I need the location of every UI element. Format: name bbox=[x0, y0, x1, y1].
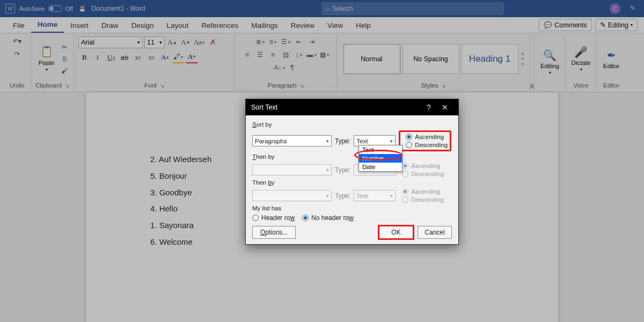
type-label-3: Type: bbox=[335, 192, 350, 200]
then1-ascending-radio: Ascending bbox=[402, 163, 444, 169]
close-icon[interactable]: ✕ bbox=[437, 103, 453, 112]
then-by-2-type-select: Text▾ bbox=[354, 190, 396, 201]
then-by-2-field-select: ▾ bbox=[252, 190, 332, 201]
type-label-2: Type: bbox=[335, 166, 350, 174]
mylist-label: My list has bbox=[252, 205, 452, 211]
sort-text-dialog: Sort Text ? ✕ Sort by Paragraphs▾ Type: … bbox=[245, 99, 459, 245]
no-header-row-radio[interactable]: No header row bbox=[302, 214, 354, 222]
type-dropdown-open[interactable]: Text Number Date bbox=[358, 145, 402, 172]
cancel-button[interactable]: Cancel bbox=[418, 226, 452, 239]
dropdown-option-text[interactable]: Text bbox=[359, 145, 402, 154]
help-icon[interactable]: ? bbox=[421, 103, 437, 112]
dialog-titlebar[interactable]: Sort Text ? ✕ bbox=[246, 99, 458, 115]
ascending-radio[interactable]: Ascending bbox=[406, 134, 448, 140]
sort-by-field-select[interactable]: Paragraphs▾ bbox=[252, 135, 332, 147]
ok-button[interactable]: OK bbox=[379, 226, 413, 239]
dialog-title: Sort Text bbox=[251, 104, 277, 111]
then1-descending-radio: Descending bbox=[402, 171, 444, 177]
then-by-label-1: Then by bbox=[252, 153, 452, 160]
sort-by-label: Sort by bbox=[252, 121, 452, 128]
then2-ascending-radio: Ascending bbox=[402, 188, 444, 195]
type-label: Type: bbox=[335, 137, 350, 145]
highlight-ascending-descending: Ascending Descending bbox=[399, 130, 451, 151]
then-by-label-2: Then by bbox=[252, 179, 452, 186]
then-by-1-field-select[interactable]: ▾ bbox=[252, 164, 332, 175]
options-button[interactable]: Options... bbox=[252, 226, 296, 239]
then2-descending-radio: Descending bbox=[402, 196, 444, 203]
dropdown-option-date[interactable]: Date bbox=[359, 163, 402, 171]
descending-radio[interactable]: Descending bbox=[406, 142, 448, 148]
header-row-radio[interactable]: Header row bbox=[252, 214, 295, 222]
dropdown-option-number[interactable]: Number bbox=[359, 154, 402, 163]
